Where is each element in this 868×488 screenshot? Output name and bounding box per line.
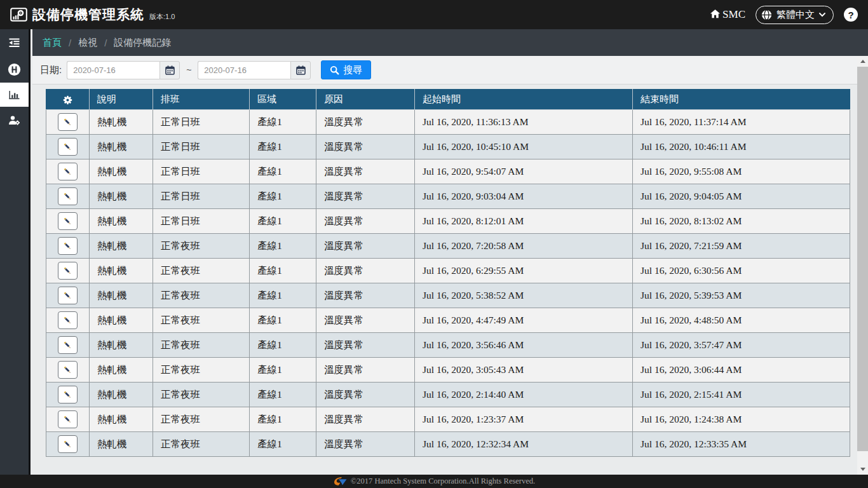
cell-area: 產線1	[250, 110, 316, 135]
cell-start-time: Jul 16, 2020, 3:05:43 AM	[415, 358, 633, 383]
cell-description: 熱軋機	[90, 234, 153, 259]
edit-button[interactable]	[58, 138, 78, 156]
downtime-table: 說明排班區域原因起始時間結束時間 熱軋機 正常日班	[46, 89, 850, 457]
cell-reason: 溫度異常	[316, 234, 415, 259]
cell-end-time: Jul 16, 2020, 9:04:05 AM	[633, 184, 850, 209]
cell-shift: 正常夜班	[153, 407, 250, 432]
cell-end-time: Jul 16, 2020, 4:48:50 AM	[633, 308, 850, 333]
footer-logo-icon	[333, 477, 347, 486]
cell-area: 產線1	[250, 135, 316, 159]
scroll-down-button[interactable]	[857, 464, 868, 475]
cell-reason: 溫度異常	[316, 283, 415, 308]
cell-description: 熱軋機	[90, 110, 153, 135]
cell-reason: 溫度異常	[316, 184, 415, 209]
cell-description: 熱軋機	[90, 209, 153, 234]
date-filter-label: 日期:	[40, 64, 62, 76]
breadcrumb-home[interactable]: 首頁	[43, 37, 62, 49]
sidebar-item-user-management[interactable]	[0, 107, 29, 133]
sidebar-item-collapse-menu[interactable]	[0, 29, 29, 56]
cell-end-time: Jul 16, 2020, 2:15:41 AM	[633, 383, 850, 407]
table-row: 熱軋機 正常夜班 產線1 溫度異常 Jul 16, 2020, 1:23:37 …	[46, 407, 850, 432]
edit-button[interactable]	[58, 187, 78, 205]
table-row: 熱軋機 正常夜班 產線1 溫度異常 Jul 16, 2020, 3:56:46 …	[46, 333, 850, 358]
cell-start-time: Jul 16, 2020, 6:29:55 AM	[415, 259, 633, 283]
sidebar	[0, 29, 31, 475]
edit-cell	[46, 110, 90, 135]
edit-button[interactable]	[58, 287, 78, 304]
edit-button[interactable]	[58, 113, 78, 131]
cell-end-time: Jul 16, 2020, 7:21:59 AM	[633, 234, 850, 259]
date-to-calendar-button[interactable]	[290, 61, 311, 79]
scroll-up-button[interactable]	[857, 56, 868, 67]
scrollbar-thumb[interactable]	[857, 67, 868, 451]
cell-start-time: Jul 16, 2020, 11:36:13 AM	[415, 110, 633, 135]
table-row: 熱軋機 正常夜班 產線1 溫度異常 Jul 16, 2020, 3:05:43 …	[46, 358, 850, 383]
edit-button[interactable]	[58, 311, 78, 329]
language-selector[interactable]: 繁體中文	[756, 6, 834, 24]
cell-description: 熱軋機	[90, 308, 153, 333]
home-link[interactable]: SMC	[710, 8, 745, 21]
cell-shift: 正常夜班	[153, 308, 250, 333]
edit-cell	[46, 184, 90, 209]
pencil-icon	[63, 192, 72, 201]
cell-description: 熱軋機	[90, 432, 153, 457]
date-from-calendar-button[interactable]	[159, 61, 180, 79]
cell-start-time: Jul 16, 2020, 2:14:40 AM	[415, 383, 633, 407]
footer-copyright: ©2017 Hantech System Corporation.All Rig…	[351, 477, 535, 486]
cell-end-time: Jul 16, 2020, 1:24:38 AM	[633, 407, 850, 432]
edit-button[interactable]	[58, 435, 78, 453]
cell-shift: 正常夜班	[153, 234, 250, 259]
table-row: 熱軋機 正常夜班 產線1 溫度異常 Jul 16, 2020, 2:14:40 …	[46, 383, 850, 407]
cell-end-time: Jul 16, 2020, 6:30:56 AM	[633, 259, 850, 283]
breadcrumb-separator: /	[69, 37, 71, 48]
settings-column-header[interactable]	[46, 90, 90, 110]
search-button-label: 搜尋	[343, 64, 362, 76]
edit-button[interactable]	[58, 361, 78, 379]
cell-end-time: Jul 16, 2020, 10:46:11 AM	[633, 135, 850, 159]
table-row: 熱軋機 正常日班 產線1 溫度異常 Jul 16, 2020, 9:54:07 …	[46, 159, 850, 184]
pencil-icon	[63, 415, 72, 424]
cell-reason: 溫度異常	[316, 383, 415, 407]
column-header: 結束時間	[633, 90, 850, 110]
cell-area: 產線1	[250, 432, 316, 457]
table-row: 熱軋機 正常夜班 產線1 溫度異常 Jul 16, 2020, 5:38:52 …	[46, 283, 850, 308]
edit-button[interactable]	[58, 163, 78, 180]
help-button[interactable]: ?	[844, 8, 858, 22]
app-logo-monitor-chart-icon	[10, 8, 27, 22]
table-row: 熱軋機 正常夜班 產線1 溫度異常 Jul 16, 2020, 4:47:49 …	[46, 308, 850, 333]
cell-start-time: Jul 16, 2020, 5:38:52 AM	[415, 283, 633, 308]
vertical-scrollbar[interactable]	[857, 56, 868, 475]
cell-description: 熱軋機	[90, 358, 153, 383]
breadcrumb-separator: /	[104, 37, 107, 48]
table-row: 熱軋機 正常夜班 產線1 溫度異常 Jul 16, 2020, 12:32:34…	[46, 432, 850, 457]
sidebar-item-downtime-records[interactable]	[0, 83, 29, 107]
user-gear-icon	[8, 115, 20, 126]
cell-reason: 溫度異常	[316, 135, 415, 159]
date-to-input[interactable]	[198, 61, 290, 79]
edit-button[interactable]	[58, 410, 78, 428]
column-header: 原因	[316, 90, 415, 110]
cell-end-time: Jul 16, 2020, 11:37:14 AM	[633, 110, 850, 135]
breadcrumb-current: 設備停機記錄	[114, 37, 171, 49]
cell-area: 產線1	[250, 308, 316, 333]
pencil-icon	[63, 266, 72, 276]
column-header: 區域	[250, 90, 316, 110]
sidebar-item-home[interactable]	[0, 56, 29, 83]
edit-button[interactable]	[58, 336, 78, 354]
table-row: 熱軋機 正常夜班 產線1 溫度異常 Jul 16, 2020, 6:29:55 …	[46, 259, 850, 283]
search-button[interactable]: 搜尋	[321, 60, 371, 79]
question-icon: ?	[848, 10, 853, 20]
cell-shift: 正常日班	[153, 159, 250, 184]
edit-button[interactable]	[58, 212, 78, 230]
edit-button[interactable]	[58, 262, 78, 280]
edit-cell	[46, 209, 90, 234]
cell-shift: 正常夜班	[153, 283, 250, 308]
edit-button[interactable]	[58, 386, 78, 403]
edit-button[interactable]	[58, 237, 78, 255]
cell-area: 產線1	[250, 333, 316, 358]
table-row: 熱軋機 正常夜班 產線1 溫度異常 Jul 16, 2020, 7:20:58 …	[46, 234, 850, 259]
pencil-icon	[63, 142, 72, 152]
date-from-input[interactable]	[67, 61, 159, 79]
breadcrumb: 首頁 / 檢視 / 設備停機記錄	[32, 29, 868, 56]
cell-reason: 溫度異常	[316, 432, 415, 457]
